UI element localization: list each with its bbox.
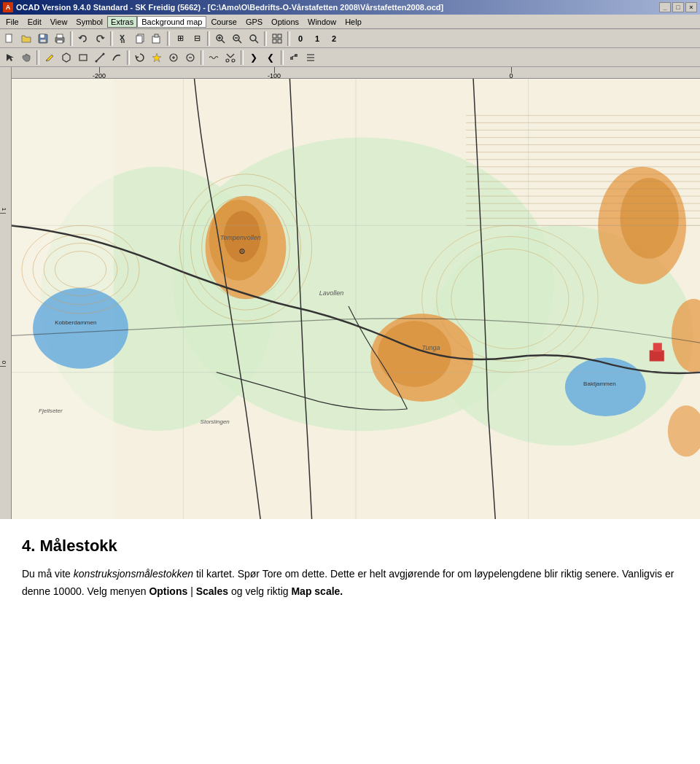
- menu-background-map[interactable]: Background map: [137, 16, 206, 28]
- ruler-label: -200: [93, 72, 106, 79]
- tb-print[interactable]: [52, 31, 68, 47]
- minimize-button[interactable]: _: [659, 2, 671, 12]
- tb-num0[interactable]: 0: [292, 31, 308, 47]
- tb-paste[interactable]: [149, 31, 165, 47]
- menu-course[interactable]: Course: [206, 16, 241, 28]
- toolbar-1: ⊞ ⊟ 0 1 2: [0, 29, 700, 48]
- tb-grid[interactable]: [269, 31, 285, 47]
- svg-rect-30: [79, 55, 87, 61]
- menu-file[interactable]: File: [1, 16, 23, 28]
- svg-rect-3: [40, 39, 46, 42]
- toolbar-2: ❯ ❮: [0, 48, 700, 67]
- window-title: OCAD Version 9.4.0 Standard - SK Freidig…: [16, 3, 443, 12]
- tb2-delete-node[interactable]: [182, 50, 198, 66]
- menu-bar: File Edit View Symbol Extras Background …: [0, 15, 700, 29]
- tb2-hand[interactable]: [18, 50, 34, 66]
- ruler-label: -100: [268, 72, 281, 79]
- svg-line-31: [96, 54, 104, 61]
- sep-10: [241, 50, 244, 65]
- ruler-left: 1 0: [0, 67, 12, 519]
- tb2-move-point[interactable]: [286, 50, 302, 66]
- sep-3: [167, 31, 170, 46]
- svg-rect-25: [278, 34, 281, 38]
- svg-rect-12: [136, 36, 142, 43]
- tb-undo[interactable]: [75, 31, 91, 47]
- tb-save[interactable]: [35, 31, 51, 47]
- tb2-pencil[interactable]: [42, 50, 58, 66]
- map-svg: Kobberdammen Baktjammen: [12, 79, 700, 519]
- tb-open[interactable]: [18, 31, 34, 47]
- bold-scales: Scales: [196, 585, 228, 597]
- sep-5: [264, 31, 267, 46]
- tb2-hexagon[interactable]: [58, 50, 74, 66]
- tb2-rectangle[interactable]: [75, 50, 91, 66]
- tb2-next[interactable]: ❯: [246, 50, 262, 66]
- svg-text:Baktjammen: Baktjammen: [583, 381, 616, 387]
- bold-options: Options: [149, 585, 187, 597]
- svg-rect-106: [653, 343, 662, 351]
- map-canvas[interactable]: Kobberdammen Baktjammen: [12, 79, 700, 519]
- svg-line-41: [230, 54, 234, 58]
- tb-redo[interactable]: [92, 31, 108, 47]
- tb-num1[interactable]: 1: [309, 31, 325, 47]
- svg-line-16: [222, 40, 225, 43]
- svg-rect-44: [290, 57, 293, 60]
- tb2-align[interactable]: [303, 50, 319, 66]
- tb-zoom-in[interactable]: [212, 31, 228, 47]
- menu-edit[interactable]: Edit: [23, 16, 46, 28]
- sep-4: [207, 31, 210, 46]
- ruler-top: -200 -100 0: [12, 67, 700, 79]
- tb2-wave[interactable]: [206, 50, 222, 66]
- ruler-tick: [0, 213, 6, 214]
- svg-text:Storslingen: Storslingen: [201, 418, 230, 425]
- svg-line-23: [255, 40, 258, 43]
- map-container[interactable]: -200 -100 0 1 0: [0, 67, 700, 519]
- tb-num2[interactable]: 2: [326, 31, 342, 47]
- tb-zoom-fit[interactable]: [246, 31, 262, 47]
- section-number: 4. Målestokk: [22, 537, 678, 556]
- tb2-add-node[interactable]: [166, 50, 182, 66]
- tb2-arrow[interactable]: [1, 50, 18, 66]
- svg-rect-27: [278, 39, 281, 43]
- tb-select-all[interactable]: ⊞: [172, 31, 188, 47]
- italic-konstruksjonsmålestokken: konstruksjonsmålestokken: [74, 568, 193, 580]
- tb2-curve[interactable]: [109, 50, 125, 66]
- tb2-star[interactable]: [149, 50, 165, 66]
- ruler-label: 1: [1, 208, 7, 211]
- svg-point-32: [96, 60, 98, 62]
- ruler-label: 0: [509, 72, 513, 79]
- tb2-cut-shape[interactable]: [222, 50, 238, 66]
- tb-copy[interactable]: [132, 31, 148, 47]
- svg-point-108: [241, 251, 243, 252]
- tb2-prev[interactable]: ❮: [262, 50, 279, 66]
- tb-new[interactable]: [1, 31, 18, 47]
- svg-text:Tunga: Tunga: [422, 344, 440, 351]
- menu-view[interactable]: View: [46, 16, 72, 28]
- main-wrapper: -200 -100 0 1 0: [0, 67, 700, 764]
- tb-deselect[interactable]: ⊟: [189, 31, 205, 47]
- menu-help[interactable]: Help: [341, 16, 366, 28]
- svg-point-33: [103, 52, 105, 55]
- menu-window[interactable]: Window: [303, 16, 341, 28]
- ruler-label: 0: [1, 361, 7, 364]
- svg-marker-29: [63, 53, 70, 62]
- svg-rect-105: [650, 350, 664, 361]
- ruler-tick: [0, 366, 6, 367]
- svg-point-64: [33, 288, 128, 369]
- svg-rect-24: [273, 34, 276, 38]
- close-button[interactable]: ×: [685, 2, 697, 12]
- menu-extras[interactable]: Extras: [107, 16, 137, 28]
- menu-symbol[interactable]: Symbol: [71, 16, 107, 28]
- menu-options[interactable]: Options: [267, 16, 303, 28]
- menu-gps[interactable]: GPS: [241, 16, 267, 28]
- svg-point-22: [250, 35, 256, 41]
- svg-rect-2: [40, 34, 44, 38]
- svg-text:Fjellseter: Fjellseter: [39, 408, 63, 414]
- tb-zoom-out[interactable]: [229, 31, 245, 47]
- tb-cut[interactable]: [115, 31, 131, 47]
- maximize-button[interactable]: □: [672, 2, 684, 12]
- svg-rect-26: [273, 39, 276, 43]
- tb2-rotate[interactable]: [132, 50, 148, 66]
- tb2-line[interactable]: [92, 50, 108, 66]
- sep-9: [201, 50, 203, 65]
